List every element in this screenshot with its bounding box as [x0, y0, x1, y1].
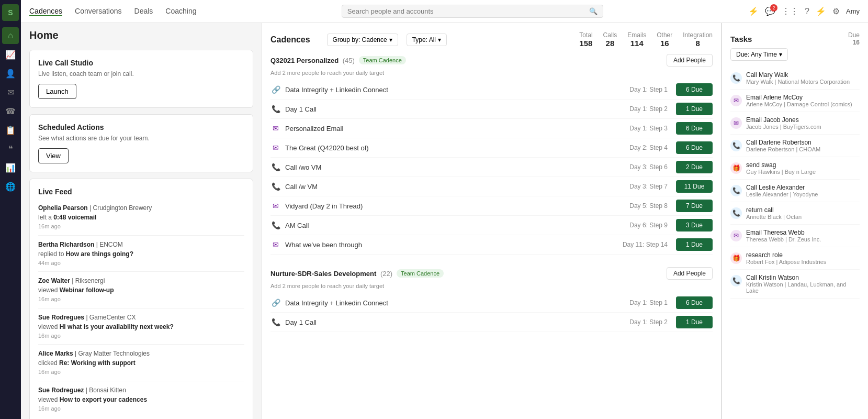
nav-coaching[interactable]: Coaching: [165, 7, 196, 16]
task-detail: Arlene McCoy | Damage Control (comics): [746, 101, 860, 107]
due-button[interactable]: 1 Due: [676, 316, 713, 328]
scheduled-actions-title: Scheduled Actions: [38, 123, 244, 131]
task-detail: Jacob Jones | BuyTigers.com: [746, 124, 860, 130]
activity-icon[interactable]: ⚡: [748, 6, 759, 16]
task-name: Call Darlene Robertson: [746, 139, 860, 146]
feed-item: Sue Rodreguez | Bonsai Kitten viewed How…: [38, 381, 244, 417]
lightning-icon[interactable]: ⚡: [816, 6, 826, 16]
task-name: Call Mary Walk: [746, 71, 860, 79]
cadence-step-row: 📞 Day 1 Call Day 1: Step 2 1 Due: [270, 100, 713, 119]
task-item[interactable]: 📞 Call Leslie Alexander Leslie Alexander…: [730, 180, 860, 202]
graph-icon[interactable]: 📊: [2, 159, 19, 176]
due-button[interactable]: 6 Due: [676, 122, 713, 135]
chevron-down-icon-2: ▾: [438, 36, 441, 43]
step-name: Day 1 Call: [285, 105, 594, 113]
task-type-icon: 📞: [730, 140, 742, 151]
task-name: research role: [746, 251, 860, 259]
due-button[interactable]: 11 Due: [676, 180, 713, 193]
task-content: Call Leslie Alexander Leslie Alexander |…: [746, 184, 860, 197]
people-icon[interactable]: 👤: [2, 65, 19, 82]
cadence-group: Nurture-SDR-Sales Development (22) Team …: [270, 267, 713, 332]
step-name: Call /w VM: [285, 183, 594, 191]
task-detail: Kristin Watson | Landau, Luckman, and La…: [746, 281, 860, 294]
task-type-icon: 📞: [730, 185, 742, 196]
live-call-studio-title: Live Call Studio: [38, 59, 244, 67]
nav-deals[interactable]: Deals: [134, 7, 153, 16]
task-item[interactable]: 🎁 research role Robert Fox | Adipose Ind…: [730, 247, 860, 270]
group-by-button[interactable]: Group by: Cadence ▾: [327, 34, 398, 46]
cadence-count: (45): [343, 57, 355, 64]
feed-item: Ophelia Pearson | Crudgington Brewery le…: [38, 199, 244, 236]
stat-emails: Emails 114: [627, 31, 646, 48]
network-icon[interactable]: 🌐: [2, 178, 19, 195]
task-content: Call Kristin Watson Kristin Watson | Lan…: [746, 274, 860, 294]
task-content: Email Theresa Webb Theresa Webb | Dr. Ze…: [746, 229, 860, 242]
notifications-icon[interactable]: 💬 2: [765, 6, 775, 16]
due-filter-button[interactable]: Due: Any Time ▾: [730, 48, 788, 61]
due-button[interactable]: 1 Due: [676, 238, 713, 251]
task-item[interactable]: ✉ Email Theresa Webb Theresa Webb | Dr. …: [730, 225, 860, 247]
task-item[interactable]: 📞 Call Kristin Watson Kristin Watson | L…: [730, 270, 860, 299]
step-name: The Great (Q42020 best of): [285, 144, 594, 152]
due-button[interactable]: 1 Due: [676, 103, 713, 115]
step-type-icon: ✉: [270, 123, 281, 134]
step-type-icon: 📞: [270, 104, 281, 114]
task-item[interactable]: 📞 Call Mary Walk Mary Walk | National Mo…: [730, 67, 860, 90]
task-item[interactable]: ✉ Email Arlene McCoy Arlene McCoy | Dama…: [730, 90, 860, 112]
due-button[interactable]: 3 Due: [676, 219, 713, 231]
mail-icon[interactable]: ✉: [2, 84, 19, 101]
live-call-studio-card: Live Call Studio Live listen, coach team…: [29, 50, 253, 108]
cadence-step-row: 📞 Day 1 Call Day 1: Step 2 1 Due: [270, 313, 713, 332]
due-button[interactable]: 6 Due: [676, 296, 713, 309]
task-item[interactable]: 🎁 send swag Guy Hawkins | Buy n Large: [730, 157, 860, 180]
task-content: Call Darlene Robertson Darlene Robertson…: [746, 139, 860, 152]
due-button[interactable]: 2 Due: [676, 161, 713, 173]
task-name: Email Jacob Jones: [746, 116, 860, 124]
due-button[interactable]: 6 Due: [676, 83, 713, 96]
search-box[interactable]: 🔍: [342, 5, 603, 18]
nav-conversations[interactable]: Conversations: [75, 7, 122, 16]
tasks-title: Tasks: [730, 35, 848, 43]
settings-icon[interactable]: ⚙: [832, 6, 840, 16]
apps-icon[interactable]: ⋮⋮: [782, 6, 798, 16]
feed-highlight: Hi what is your availability next week?: [60, 323, 174, 330]
task-item[interactable]: 📞 Call Darlene Robertson Darlene Roberts…: [730, 135, 860, 157]
step-type-icon: 🔗: [270, 84, 281, 95]
add-people-button[interactable]: Add People: [667, 267, 713, 280]
view-button[interactable]: View: [38, 148, 69, 163]
feed-action: viewed: [38, 286, 60, 294]
task-item[interactable]: ✉ Email Jacob Jones Jacob Jones | BuyTig…: [730, 112, 860, 135]
task-content: Call Mary Walk Mary Walk | National Moto…: [746, 71, 860, 85]
nav-cadence[interactable]: Cadences: [29, 7, 62, 16]
due-filter-label: Due: Any Time: [736, 51, 777, 58]
search-area: 🔍: [197, 5, 749, 18]
feed-highlight: Webinar follow-up: [60, 286, 114, 294]
cadences-title: Cadences: [270, 35, 310, 45]
task-item[interactable]: 📞 return call Annette Black | Octan: [730, 202, 860, 225]
home-icon[interactable]: ⌂: [2, 27, 19, 44]
step-day: Day 1: Step 3: [594, 125, 668, 132]
cadence-step-row: 📞 Call /wo VM Day 3: Step 6 2 Due: [270, 158, 713, 177]
launch-button[interactable]: Launch: [38, 84, 76, 99]
cadence-subtitle: Add 2 more people to reach your daily ta…: [270, 70, 713, 76]
chevron-down-icon-tasks: ▾: [779, 51, 782, 58]
type-label: Type: All: [412, 36, 436, 43]
center-panel: Cadences Group by: Cadence ▾ Type: All ▾…: [262, 23, 722, 419]
cadence-step-row: ✉ Personalized Email Day 1: Step 3 6 Due: [270, 119, 713, 138]
type-filter-button[interactable]: Type: All ▾: [407, 34, 447, 46]
chart-icon[interactable]: 📈: [2, 46, 19, 63]
book-icon[interactable]: 📋: [2, 122, 19, 138]
phone-icon[interactable]: ☎: [2, 103, 19, 119]
due-button[interactable]: 7 Due: [676, 200, 713, 212]
add-people-button[interactable]: Add People: [667, 54, 713, 67]
task-name: send swag: [746, 161, 860, 169]
user-avatar[interactable]: Amy: [846, 7, 860, 15]
feed-time: 16m ago: [38, 404, 244, 413]
help-icon[interactable]: ?: [805, 7, 809, 16]
team-badge: Team Cadence: [397, 269, 444, 278]
due-button[interactable]: 6 Due: [676, 141, 713, 154]
tasks-filter: Due: Any Time ▾: [730, 48, 860, 61]
quote-icon[interactable]: ❝: [2, 140, 19, 157]
step-day: Day 11: Step 14: [594, 241, 668, 248]
search-input[interactable]: [347, 7, 589, 15]
